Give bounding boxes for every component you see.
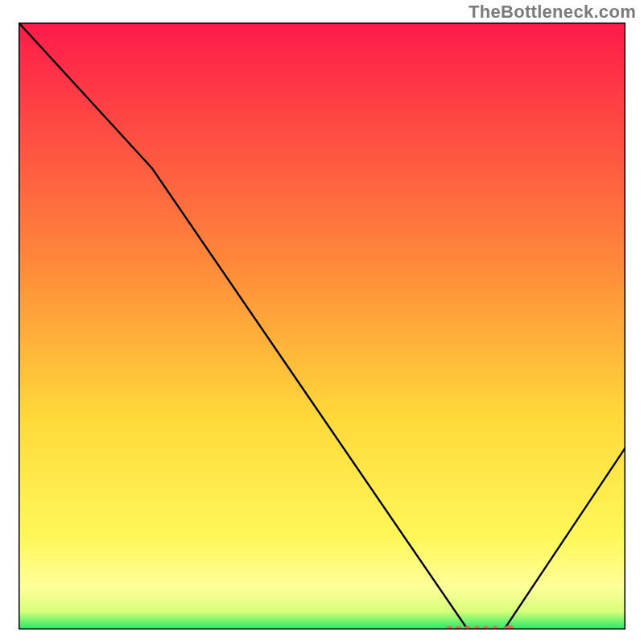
chart-svg (19, 23, 625, 630)
chart-gradient-background (19, 23, 625, 630)
watermark-label: TheBottleneck.com (469, 2, 636, 23)
bottleneck-chart (19, 23, 625, 630)
